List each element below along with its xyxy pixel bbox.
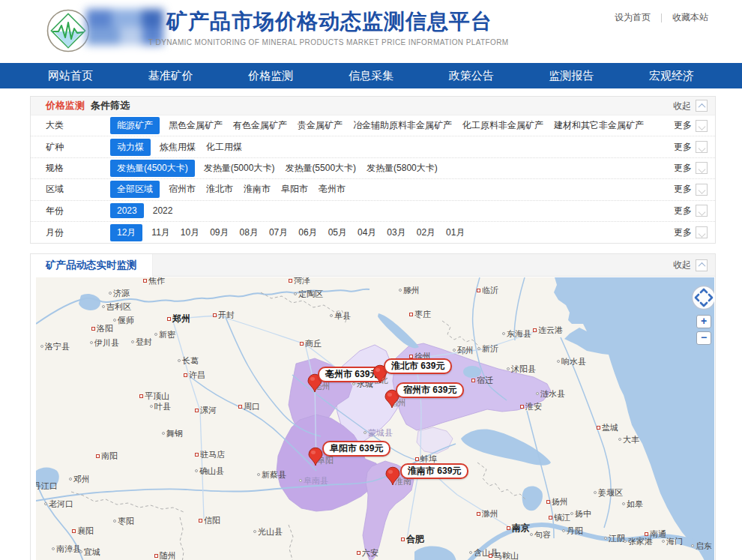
county-marker-icon: [530, 533, 533, 536]
filter-option[interactable]: 11月: [150, 224, 171, 241]
filter-option[interactable]: 黑色金属矿产: [167, 117, 224, 134]
map-pan-control[interactable]: [691, 285, 714, 310]
filter-option[interactable]: 宿州市: [167, 181, 197, 198]
filter-collapse-button[interactable]: 收起: [673, 100, 708, 112]
more-button[interactable]: 更多: [674, 226, 708, 239]
city-name: 襄阳: [77, 526, 94, 536]
filter-option[interactable]: 07月: [268, 224, 289, 241]
filter-option[interactable]: 淮南市: [242, 181, 272, 198]
county-marker-icon: [40, 345, 43, 348]
more-button[interactable]: 更多: [674, 141, 708, 154]
map-city-label: 信阳: [199, 515, 220, 526]
city-marker-icon: [96, 454, 100, 458]
zoom-in-button[interactable]: +: [696, 315, 711, 328]
nav-item-2[interactable]: 基准矿价: [148, 63, 193, 88]
filter-option[interactable]: 亳州市: [317, 181, 347, 198]
county-marker-icon: [90, 341, 93, 344]
filter-option-selected[interactable]: 发热量(4500大卡): [110, 160, 195, 177]
set-home-link[interactable]: 设为首页: [615, 11, 651, 24]
filter-option[interactable]: 淮北市: [205, 181, 235, 198]
map-city-label: 长葛: [178, 355, 199, 366]
zoom-out-button[interactable]: −: [696, 331, 711, 345]
county-marker-icon: [109, 292, 112, 295]
county-marker-icon: [113, 520, 116, 523]
nav-item-6[interactable]: 监测报告: [549, 63, 594, 88]
filter-option[interactable]: 阜阳市: [280, 181, 310, 198]
filter-option[interactable]: 发热量(5500大卡): [283, 160, 358, 177]
chevron-down-icon[interactable]: [696, 226, 708, 238]
filter-option-selected[interactable]: 能源矿产: [110, 117, 160, 134]
price-label-bubble[interactable]: 阜阳市 639元: [322, 441, 390, 457]
filter-panel: 价格监测 条件筛选 收起 大类能源矿产黑色金属矿产有色金属矿产贵金属矿产冶金辅助…: [30, 96, 716, 244]
map-city-label: 偃师: [113, 315, 134, 325]
map-city-label: 伊川县: [90, 337, 119, 348]
filter-option[interactable]: 炼焦用煤: [158, 139, 197, 156]
filter-option[interactable]: 02月: [415, 224, 437, 241]
city-marker-icon: [357, 551, 361, 555]
more-button[interactable]: 更多: [674, 205, 708, 217]
county-marker-icon: [150, 405, 153, 408]
more-button[interactable]: 更多: [674, 119, 708, 132]
filter-option-selected[interactable]: 全部区域: [110, 181, 160, 198]
map-city-label: 临沂: [477, 285, 498, 295]
price-label-bubble[interactable]: 淮南市 639元: [400, 463, 468, 479]
nav-item-5[interactable]: 政策公告: [449, 63, 494, 88]
filter-option-selected[interactable]: 动力煤: [110, 139, 151, 156]
page: 矿产品市场价格动态监测信息平台 T DYNAMIC MONITORING OF …: [0, 0, 742, 560]
filter-option[interactable]: 建材和其它非金属矿产: [552, 117, 645, 134]
chevron-down-icon[interactable]: [696, 184, 708, 196]
filter-option[interactable]: 09月: [208, 224, 230, 241]
filter-option-selected[interactable]: 12月: [110, 224, 142, 241]
map-city-label: 郑州: [167, 313, 190, 324]
county-marker-icon: [502, 332, 505, 335]
map-canvas[interactable]: 焦作济源吉利区偃师洛阳洛宁县伊川县登封新密郑州开封菏泽定陶区单县商丘长葛许昌平顶…: [36, 277, 714, 560]
filter-option[interactable]: 冶金辅助原料非金属矿产: [352, 117, 453, 134]
filter-option[interactable]: 2022: [151, 203, 175, 218]
nav-item-3[interactable]: 价格监测: [248, 63, 293, 88]
filter-option[interactable]: 03月: [385, 224, 407, 241]
monitor-collapse-button[interactable]: 收起: [673, 259, 708, 271]
filter-option[interactable]: 06月: [297, 224, 319, 241]
filter-option[interactable]: 有色金属矿产: [232, 117, 289, 134]
map-city-label: 盐城: [597, 422, 618, 433]
map-city-label: 枣庄: [409, 309, 431, 319]
chevron-up-icon[interactable]: [696, 100, 708, 112]
price-label-bubble[interactable]: 淮北市 639元: [384, 358, 452, 374]
monitor-tab[interactable]: 矿产品动态实时监测: [31, 254, 153, 277]
nav-item-1[interactable]: 网站首页: [48, 63, 93, 88]
chevron-down-icon[interactable]: [696, 120, 708, 132]
favorite-link[interactable]: 收藏本站: [672, 11, 708, 24]
filter-option[interactable]: 化工原料非金属矿产: [461, 117, 545, 134]
filter-option[interactable]: 发热量(5000大卡): [202, 160, 277, 177]
filter-option[interactable]: 发热量(5800大卡): [365, 160, 439, 177]
more-button[interactable]: 更多: [674, 162, 708, 175]
more-button[interactable]: 更多: [674, 183, 708, 196]
filter-option[interactable]: 08月: [238, 224, 260, 241]
filter-row-3: 规格发热量(4500大卡)发热量(5000大卡)发热量(5500大卡)发热量(5…: [31, 158, 715, 179]
filter-option[interactable]: 化工用煤: [205, 139, 244, 156]
city-name: 随州: [160, 550, 176, 560]
chevron-down-icon[interactable]: [696, 141, 708, 153]
filter-option[interactable]: 贵金属矿产: [296, 117, 344, 134]
chevron-down-icon[interactable]: [696, 162, 708, 174]
filter-row-label: 年份: [46, 205, 110, 217]
filter-option-selected[interactable]: 2023: [110, 203, 144, 218]
filter-option[interactable]: 04月: [356, 224, 378, 241]
more-label: 更多: [674, 141, 692, 154]
price-pin-icon[interactable]: [384, 466, 401, 486]
chevron-down-icon[interactable]: [696, 205, 708, 217]
nav-item-7[interactable]: 宏观经济: [649, 63, 694, 88]
county-marker-icon: [399, 289, 402, 292]
price-pin-icon[interactable]: [307, 447, 324, 466]
county-marker-icon: [44, 502, 47, 505]
nav-item-4[interactable]: 信息采集: [349, 63, 393, 88]
filter-rows: 大类能源矿产黑色金属矿产有色金属矿产贵金属矿产冶金辅助原料非金属矿产化工原料非金…: [31, 115, 715, 243]
filter-option[interactable]: 05月: [327, 224, 349, 241]
price-label-bubble[interactable]: 宿州市 639元: [396, 382, 464, 398]
filter-option[interactable]: 10月: [179, 224, 201, 241]
city-name: 蚌埠: [420, 454, 437, 464]
filter-option[interactable]: 01月: [444, 224, 466, 241]
chevron-up-icon[interactable]: [696, 259, 708, 271]
filter-options: 20232022: [110, 203, 174, 218]
main-nav: 网站首页基准矿价价格监测信息采集政策公告监测报告宏观经济: [0, 63, 742, 88]
